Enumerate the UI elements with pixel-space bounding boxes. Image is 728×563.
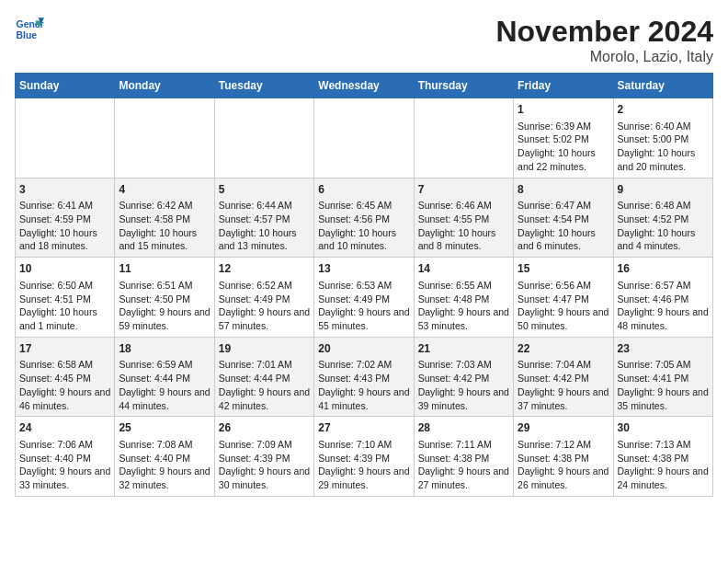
day-info: Sunrise: 6:55 AM [418, 279, 509, 293]
day-info: Sunset: 4:48 PM [418, 293, 509, 306]
day-info: Sunrise: 7:03 AM [418, 358, 509, 372]
day-cell: 22Sunrise: 7:04 AMSunset: 4:42 PMDayligh… [514, 337, 613, 417]
day-info: Sunrise: 6:48 AM [618, 199, 709, 213]
day-number: 1 [518, 102, 609, 118]
day-info: Sunset: 5:00 PM [618, 132, 709, 146]
day-info: Sunrise: 6:52 AM [219, 279, 310, 293]
day-number: 19 [219, 341, 310, 357]
day-number: 7 [418, 182, 509, 198]
day-cell: 12Sunrise: 6:52 AMSunset: 4:49 PMDayligh… [214, 258, 313, 338]
weekday-header-row: SundayMondayTuesdayWednesdayThursdayFrid… [16, 74, 713, 98]
week-row-4: 17Sunrise: 6:58 AMSunset: 4:45 PMDayligh… [16, 337, 713, 417]
day-info: Daylight: 10 hours and 18 minutes. [19, 226, 110, 253]
day-info: Sunset: 4:55 PM [418, 213, 509, 226]
day-info: Sunset: 4:38 PM [618, 452, 709, 465]
day-cell: 14Sunrise: 6:55 AMSunset: 4:48 PMDayligh… [414, 258, 513, 338]
day-info: Sunset: 4:44 PM [119, 372, 210, 385]
day-cell: 25Sunrise: 7:08 AMSunset: 4:40 PMDayligh… [115, 417, 214, 497]
day-info: Daylight: 9 hours and 44 minutes. [119, 385, 210, 412]
day-number: 4 [119, 182, 210, 198]
day-cell [214, 98, 313, 178]
day-info: Sunset: 4:44 PM [219, 372, 310, 385]
day-number: 21 [418, 341, 509, 357]
day-info: Daylight: 9 hours and 26 minutes. [518, 465, 609, 491]
week-row-3: 10Sunrise: 6:50 AMSunset: 4:51 PMDayligh… [16, 258, 713, 338]
day-cell: 15Sunrise: 6:56 AMSunset: 4:47 PMDayligh… [514, 258, 613, 338]
day-info: Sunrise: 7:01 AM [219, 358, 310, 372]
day-info: Daylight: 9 hours and 33 minutes. [19, 465, 110, 491]
day-cell: 20Sunrise: 7:02 AMSunset: 4:43 PMDayligh… [314, 337, 414, 417]
day-info: Sunset: 4:50 PM [119, 293, 210, 306]
day-info: Sunrise: 6:39 AM [518, 120, 609, 133]
day-info: Sunset: 4:58 PM [119, 213, 210, 226]
day-cell: 18Sunrise: 6:59 AMSunset: 4:44 PMDayligh… [115, 337, 214, 417]
day-number: 29 [518, 420, 609, 436]
day-cell: 17Sunrise: 6:58 AMSunset: 4:45 PMDayligh… [16, 337, 115, 417]
day-info: Sunset: 4:54 PM [518, 213, 609, 226]
day-info: Sunrise: 6:47 AM [518, 199, 609, 213]
day-number: 15 [518, 261, 609, 277]
day-info: Sunset: 4:40 PM [119, 452, 210, 465]
day-info: Daylight: 10 hours and 22 minutes. [518, 146, 609, 173]
svg-text:Blue: Blue [17, 30, 38, 40]
day-cell: 29Sunrise: 7:12 AMSunset: 4:38 PMDayligh… [514, 417, 613, 497]
day-info: Sunset: 4:49 PM [219, 293, 310, 306]
day-cell: 1Sunrise: 6:39 AMSunset: 5:02 PMDaylight… [514, 98, 613, 178]
day-info: Sunset: 4:49 PM [318, 293, 409, 306]
weekday-header-monday: Monday [115, 74, 214, 98]
day-info: Sunset: 4:42 PM [418, 372, 509, 385]
day-cell: 3Sunrise: 6:41 AMSunset: 4:59 PMDaylight… [16, 178, 115, 258]
day-info: Daylight: 10 hours and 13 minutes. [219, 226, 310, 253]
day-cell: 5Sunrise: 6:44 AMSunset: 4:57 PMDaylight… [214, 178, 313, 258]
day-cell: 7Sunrise: 6:46 AMSunset: 4:55 PMDaylight… [414, 178, 513, 258]
day-number: 22 [518, 341, 609, 357]
day-info: Daylight: 10 hours and 1 minute. [19, 305, 110, 332]
day-cell: 24Sunrise: 7:06 AMSunset: 4:40 PMDayligh… [16, 417, 115, 497]
day-number: 18 [119, 341, 210, 357]
day-info: Sunrise: 6:56 AM [518, 279, 609, 293]
day-number: 20 [318, 341, 409, 357]
day-info: Daylight: 9 hours and 29 minutes. [318, 465, 409, 491]
day-cell: 26Sunrise: 7:09 AMSunset: 4:39 PMDayligh… [214, 417, 313, 497]
day-info: Daylight: 10 hours and 4 minutes. [618, 226, 709, 253]
location: Morolo, Lazio, Italy [495, 49, 713, 65]
day-info: Sunset: 4:51 PM [19, 293, 110, 306]
day-info: Sunrise: 7:10 AM [318, 438, 409, 452]
day-cell: 11Sunrise: 6:51 AMSunset: 4:50 PMDayligh… [115, 258, 214, 338]
day-info: Daylight: 9 hours and 50 minutes. [518, 305, 609, 332]
day-info: Daylight: 9 hours and 53 minutes. [418, 305, 509, 332]
day-cell: 23Sunrise: 7:05 AMSunset: 4:41 PMDayligh… [613, 337, 712, 417]
day-cell: 8Sunrise: 6:47 AMSunset: 4:54 PMDaylight… [514, 178, 613, 258]
day-number: 5 [219, 182, 310, 198]
day-info: Sunrise: 7:09 AM [219, 438, 310, 452]
day-number: 16 [618, 261, 709, 277]
weekday-header-wednesday: Wednesday [314, 74, 414, 98]
day-info: Daylight: 9 hours and 57 minutes. [219, 305, 310, 332]
logo: General Blue [15, 15, 44, 44]
day-cell: 16Sunrise: 6:57 AMSunset: 4:46 PMDayligh… [613, 258, 712, 338]
day-number: 27 [318, 420, 409, 436]
day-info: Sunrise: 6:46 AM [418, 199, 509, 213]
day-info: Sunset: 4:59 PM [19, 213, 110, 226]
day-cell: 10Sunrise: 6:50 AMSunset: 4:51 PMDayligh… [16, 258, 115, 338]
day-cell: 4Sunrise: 6:42 AMSunset: 4:58 PMDaylight… [115, 178, 214, 258]
day-info: Sunset: 4:43 PM [318, 372, 409, 385]
weekday-header-friday: Friday [514, 74, 613, 98]
day-info: Daylight: 9 hours and 48 minutes. [618, 305, 709, 332]
day-info: Sunset: 4:39 PM [318, 452, 409, 465]
day-info: Sunset: 4:39 PM [219, 452, 310, 465]
month-title: November 2024 [495, 15, 713, 49]
day-cell [414, 98, 513, 178]
weekday-header-tuesday: Tuesday [214, 74, 313, 98]
day-info: Sunset: 4:38 PM [418, 452, 509, 465]
day-info: Sunrise: 6:41 AM [19, 199, 110, 213]
day-cell: 13Sunrise: 6:53 AMSunset: 4:49 PMDayligh… [314, 258, 414, 338]
day-cell: 28Sunrise: 7:11 AMSunset: 4:38 PMDayligh… [414, 417, 513, 497]
day-info: Sunrise: 6:42 AM [119, 199, 210, 213]
day-number: 3 [19, 182, 110, 198]
day-number: 8 [518, 182, 609, 198]
title-block: November 2024 Morolo, Lazio, Italy [495, 15, 713, 65]
day-info: Daylight: 9 hours and 46 minutes. [19, 385, 110, 412]
day-info: Sunset: 4:47 PM [518, 293, 609, 306]
day-info: Sunset: 4:57 PM [219, 213, 310, 226]
